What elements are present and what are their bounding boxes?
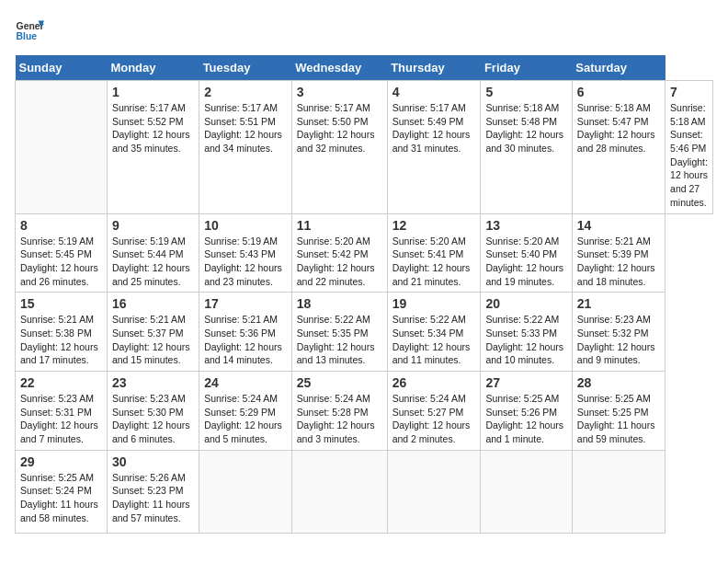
header: General Blue: [15, 15, 713, 44]
day-number: 16: [112, 296, 194, 311]
day-number: 22: [20, 375, 102, 390]
calendar-cell: 30 Sunrise: 5:26 AMSunset: 5:23 PMDaylig…: [107, 450, 199, 533]
cell-content: Sunrise: 5:22 AMSunset: 5:34 PMDaylight:…: [392, 314, 471, 365]
calendar-cell: 19 Sunrise: 5:22 AMSunset: 5:34 PMDaylig…: [387, 293, 481, 372]
calendar-header-wednesday: Wednesday: [291, 55, 387, 81]
day-number: 21: [577, 296, 660, 311]
cell-content: Sunrise: 5:23 AMSunset: 5:31 PMDaylight:…: [20, 393, 98, 444]
day-number: 12: [392, 218, 476, 233]
cell-content: Sunrise: 5:19 AMSunset: 5:43 PMDaylight:…: [204, 236, 282, 287]
calendar-week-row: 22 Sunrise: 5:23 AMSunset: 5:31 PMDaylig…: [16, 372, 713, 451]
calendar-cell: 25 Sunrise: 5:24 AMSunset: 5:28 PMDaylig…: [291, 372, 387, 451]
calendar-cell: 27 Sunrise: 5:25 AMSunset: 5:26 PMDaylig…: [481, 372, 572, 451]
cell-content: Sunrise: 5:17 AMSunset: 5:51 PMDaylight:…: [204, 102, 282, 154]
cell-content: Sunrise: 5:17 AMSunset: 5:50 PMDaylight:…: [297, 102, 375, 154]
calendar-header-sunday: Sunday: [16, 55, 108, 81]
calendar-cell: 13 Sunrise: 5:20 AMSunset: 5:40 PMDaylig…: [481, 213, 572, 293]
calendar-cell: 16 Sunrise: 5:21 AMSunset: 5:37 PMDaylig…: [107, 293, 199, 372]
day-number: 19: [392, 296, 476, 311]
calendar-header-thursday: Thursday: [387, 55, 481, 81]
cell-content: Sunrise: 5:19 AMSunset: 5:45 PMDaylight:…: [20, 236, 98, 287]
day-number: 28: [577, 375, 660, 390]
calendar-cell: 11 Sunrise: 5:20 AMSunset: 5:42 PMDaylig…: [291, 213, 387, 293]
day-number: 30: [112, 454, 194, 469]
calendar-table: SundayMondayTuesdayWednesdayThursdayFrid…: [15, 55, 713, 534]
calendar-cell: 8 Sunrise: 5:19 AMSunset: 5:45 PMDayligh…: [16, 213, 108, 293]
calendar-cell: [387, 450, 481, 533]
calendar-cell: 14 Sunrise: 5:21 AMSunset: 5:39 PMDaylig…: [572, 213, 665, 293]
calendar-cell: 15 Sunrise: 5:21 AMSunset: 5:38 PMDaylig…: [16, 293, 108, 372]
day-number: 25: [297, 375, 382, 390]
cell-content: Sunrise: 5:21 AMSunset: 5:38 PMDaylight:…: [20, 314, 98, 365]
cell-content: Sunrise: 5:23 AMSunset: 5:30 PMDaylight:…: [112, 393, 190, 444]
cell-content: Sunrise: 5:25 AMSunset: 5:24 PMDaylight:…: [20, 472, 98, 523]
day-number: 27: [485, 375, 566, 390]
calendar-cell: 7 Sunrise: 5:18 AMSunset: 5:46 PMDayligh…: [665, 81, 713, 214]
day-number: 6: [577, 85, 660, 99]
calendar-cell: 21 Sunrise: 5:23 AMSunset: 5:32 PMDaylig…: [572, 293, 665, 372]
cell-content: Sunrise: 5:23 AMSunset: 5:32 PMDaylight:…: [577, 314, 655, 365]
cell-content: Sunrise: 5:20 AMSunset: 5:41 PMDaylight:…: [392, 236, 471, 287]
cell-content: Sunrise: 5:17 AMSunset: 5:49 PMDaylight:…: [392, 102, 471, 154]
cell-content: Sunrise: 5:20 AMSunset: 5:40 PMDaylight:…: [485, 236, 563, 287]
day-number: 10: [204, 218, 287, 233]
cell-content: Sunrise: 5:20 AMSunset: 5:42 PMDaylight:…: [297, 236, 375, 287]
cell-content: Sunrise: 5:17 AMSunset: 5:52 PMDaylight:…: [112, 102, 190, 154]
calendar-cell: 10 Sunrise: 5:19 AMSunset: 5:43 PMDaylig…: [199, 213, 292, 293]
cell-content: Sunrise: 5:22 AMSunset: 5:35 PMDaylight:…: [297, 314, 375, 365]
cell-content: Sunrise: 5:18 AMSunset: 5:47 PMDaylight:…: [577, 102, 655, 154]
day-number: 11: [297, 218, 382, 233]
cell-content: Sunrise: 5:25 AMSunset: 5:25 PMDaylight:…: [577, 393, 655, 444]
calendar-cell: 23 Sunrise: 5:23 AMSunset: 5:30 PMDaylig…: [107, 372, 199, 451]
calendar-cell: 22 Sunrise: 5:23 AMSunset: 5:31 PMDaylig…: [16, 372, 108, 451]
day-number: 9: [112, 218, 194, 233]
calendar-cell: 6 Sunrise: 5:18 AMSunset: 5:47 PMDayligh…: [572, 81, 665, 214]
calendar-header-monday: Monday: [107, 55, 199, 81]
day-number: 8: [20, 218, 102, 233]
cell-content: Sunrise: 5:25 AMSunset: 5:26 PMDaylight:…: [485, 393, 563, 444]
day-number: 20: [485, 296, 566, 311]
calendar-cell: [291, 450, 387, 533]
cell-content: Sunrise: 5:21 AMSunset: 5:36 PMDaylight:…: [204, 314, 282, 365]
calendar-week-row: 29 Sunrise: 5:25 AMSunset: 5:24 PMDaylig…: [16, 450, 713, 533]
day-number: 4: [392, 85, 476, 99]
calendar-cell: [16, 81, 108, 214]
cell-content: Sunrise: 5:26 AMSunset: 5:23 PMDaylight:…: [112, 472, 190, 523]
day-number: 14: [577, 218, 660, 233]
calendar-cell: 17 Sunrise: 5:21 AMSunset: 5:36 PMDaylig…: [199, 293, 292, 372]
day-number: 18: [297, 296, 382, 311]
day-number: 3: [297, 85, 382, 99]
calendar-cell: 4 Sunrise: 5:17 AMSunset: 5:49 PMDayligh…: [387, 81, 481, 214]
calendar-cell: 2 Sunrise: 5:17 AMSunset: 5:51 PMDayligh…: [199, 81, 292, 214]
day-number: 17: [204, 296, 287, 311]
day-number: 7: [670, 85, 708, 99]
calendar-header-row: SundayMondayTuesdayWednesdayThursdayFrid…: [16, 55, 713, 81]
svg-text:Blue: Blue: [17, 31, 38, 41]
logo-icon: General Blue: [15, 15, 44, 44]
day-number: 13: [485, 218, 566, 233]
calendar-week-row: 15 Sunrise: 5:21 AMSunset: 5:38 PMDaylig…: [16, 293, 713, 372]
calendar-cell: 12 Sunrise: 5:20 AMSunset: 5:41 PMDaylig…: [387, 213, 481, 293]
calendar-cell: 26 Sunrise: 5:24 AMSunset: 5:27 PMDaylig…: [387, 372, 481, 451]
day-number: 29: [20, 454, 102, 469]
calendar-cell: 18 Sunrise: 5:22 AMSunset: 5:35 PMDaylig…: [291, 293, 387, 372]
calendar-week-row: 8 Sunrise: 5:19 AMSunset: 5:45 PMDayligh…: [16, 213, 713, 293]
calendar-header-saturday: Saturday: [572, 55, 665, 81]
day-number: 2: [204, 85, 287, 99]
calendar-cell: 1 Sunrise: 5:17 AMSunset: 5:52 PMDayligh…: [107, 81, 199, 214]
calendar-cell: 9 Sunrise: 5:19 AMSunset: 5:44 PMDayligh…: [107, 213, 199, 293]
calendar-cell: 28 Sunrise: 5:25 AMSunset: 5:25 PMDaylig…: [572, 372, 665, 451]
calendar-cell: 20 Sunrise: 5:22 AMSunset: 5:33 PMDaylig…: [481, 293, 572, 372]
cell-content: Sunrise: 5:24 AMSunset: 5:29 PMDaylight:…: [204, 393, 282, 444]
calendar-header-tuesday: Tuesday: [199, 55, 292, 81]
cell-content: Sunrise: 5:24 AMSunset: 5:27 PMDaylight:…: [392, 393, 471, 444]
calendar-cell: [481, 450, 572, 533]
calendar-cell: [199, 450, 292, 533]
cell-content: Sunrise: 5:19 AMSunset: 5:44 PMDaylight:…: [112, 236, 190, 287]
day-number: 1: [112, 85, 194, 99]
logo: General Blue: [15, 15, 44, 44]
cell-content: Sunrise: 5:18 AMSunset: 5:48 PMDaylight:…: [485, 102, 563, 154]
day-number: 26: [392, 375, 476, 390]
cell-content: Sunrise: 5:21 AMSunset: 5:37 PMDaylight:…: [112, 314, 190, 365]
cell-content: Sunrise: 5:18 AMSunset: 5:46 PMDaylight:…: [670, 102, 708, 208]
